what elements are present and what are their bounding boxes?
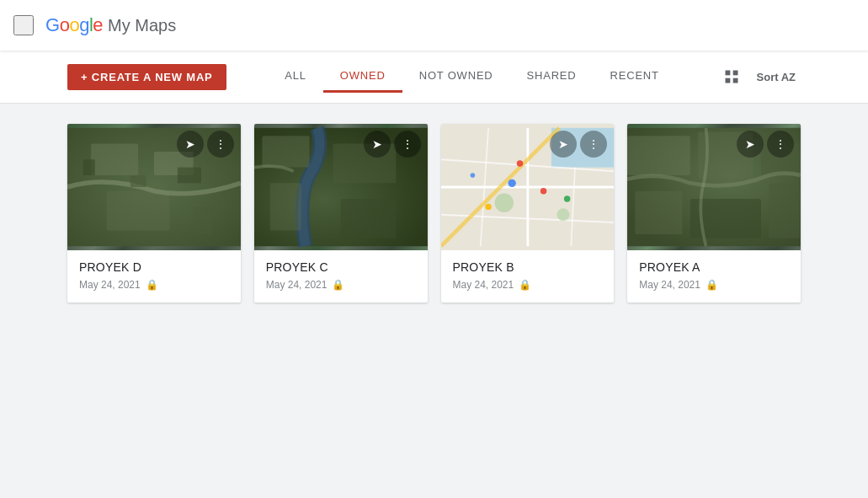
map-card-proyek-b[interactable]: ➤ ⋮ PROYEK B May 24, 2021 🔒: [441, 124, 615, 303]
more-button-proyek-d[interactable]: ⋮: [207, 131, 234, 158]
more-button-proyek-a[interactable]: ⋮: [767, 131, 794, 158]
card-title-proyek-d: PROYEK D: [79, 260, 229, 274]
share-icon-b: ➤: [558, 137, 568, 151]
share-icon: ➤: [185, 137, 195, 151]
card-overlay-proyek-a: ➤ ⋮: [627, 124, 801, 250]
map-card-proyek-a[interactable]: ➤ ⋮ PROYEK A May 24, 2021 🔒: [627, 124, 801, 303]
share-button-proyek-a[interactable]: ➤: [737, 131, 764, 158]
card-date-proyek-b: May 24, 2021: [453, 279, 514, 291]
more-icon-a: ⋮: [775, 137, 786, 151]
card-overlay-proyek-b: ➤ ⋮: [441, 124, 615, 250]
card-date-proyek-a: May 24, 2021: [639, 279, 700, 291]
map-card-proyek-d[interactable]: ➤ ⋮ PROYEK D May 24, 2021 🔒: [67, 124, 241, 303]
map-thumbnail-proyek-b: ➤ ⋮: [441, 124, 615, 250]
main-content: ➤ ⋮ PROYEK D May 24, 2021 🔒: [0, 104, 868, 323]
grid-view-button[interactable]: [718, 63, 745, 90]
toolbar: + CREATE A NEW MAP ALL OWNED NOT OWNED S…: [0, 51, 868, 104]
lock-icon-proyek-d: 🔒: [146, 279, 158, 291]
card-overlay-proyek-c: ➤ ⋮: [254, 124, 428, 250]
tab-not-owned[interactable]: NOT OWNED: [402, 61, 510, 93]
app-header: Google My Maps: [0, 0, 868, 51]
hamburger-menu-button[interactable]: [13, 15, 34, 35]
share-button-proyek-c[interactable]: ➤: [364, 131, 391, 158]
more-icon-c: ⋮: [402, 137, 413, 151]
logo-area: Google My Maps: [45, 14, 176, 36]
lock-icon-proyek-b: 🔒: [519, 279, 531, 291]
share-icon-a: ➤: [745, 137, 755, 151]
tab-shared[interactable]: SHARED: [510, 61, 594, 93]
card-info-proyek-c: PROYEK C May 24, 2021 🔒: [254, 250, 428, 303]
my-maps-title: My Maps: [108, 16, 176, 35]
more-icon-b: ⋮: [588, 137, 599, 151]
card-date-proyek-c: May 24, 2021: [266, 279, 327, 291]
card-info-proyek-b: PROYEK B May 24, 2021 🔒: [441, 250, 615, 303]
sort-az-button[interactable]: Sort AZ: [752, 66, 801, 88]
filter-tabs: ALL OWNED NOT OWNED SHARED RECENT: [226, 61, 718, 93]
more-button-proyek-c[interactable]: ⋮: [394, 131, 421, 158]
more-button-proyek-b[interactable]: ⋮: [580, 131, 607, 158]
map-card-proyek-c[interactable]: ➤ ⋮ PROYEK C May 24, 2021 🔒: [254, 124, 428, 303]
share-button-proyek-b[interactable]: ➤: [550, 131, 577, 158]
card-title-proyek-c: PROYEK C: [266, 260, 416, 274]
svg-rect-2: [725, 78, 730, 83]
google-logo: Google: [45, 14, 103, 36]
card-overlay-proyek-d: ➤ ⋮: [67, 124, 241, 250]
svg-rect-3: [732, 78, 738, 83]
card-meta-proyek-a: May 24, 2021 🔒: [639, 279, 789, 291]
card-meta-proyek-b: May 24, 2021 🔒: [453, 279, 603, 291]
card-info-proyek-d: PROYEK D May 24, 2021 🔒: [67, 250, 241, 303]
tab-all[interactable]: ALL: [268, 61, 323, 93]
tab-recent[interactable]: RECENT: [594, 61, 676, 93]
grid-icon: [723, 68, 740, 85]
lock-icon-proyek-a: 🔒: [706, 279, 718, 291]
map-thumbnail-proyek-c: ➤ ⋮: [254, 124, 428, 250]
card-meta-proyek-d: May 24, 2021 🔒: [79, 279, 229, 291]
more-icon: ⋮: [215, 137, 226, 151]
card-info-proyek-a: PROYEK A May 24, 2021 🔒: [627, 250, 801, 303]
lock-icon-proyek-c: 🔒: [332, 279, 344, 291]
share-icon-c: ➤: [372, 137, 382, 151]
maps-grid: ➤ ⋮ PROYEK D May 24, 2021 🔒: [67, 124, 801, 303]
sort-az-label: Sort AZ: [757, 71, 796, 83]
card-date-proyek-d: May 24, 2021: [79, 279, 141, 291]
svg-rect-0: [725, 71, 730, 76]
card-meta-proyek-c: May 24, 2021 🔒: [266, 279, 416, 291]
svg-rect-1: [732, 71, 738, 76]
create-new-map-button[interactable]: + CREATE A NEW MAP: [67, 64, 226, 90]
view-controls: Sort AZ: [718, 63, 801, 90]
share-button-proyek-d[interactable]: ➤: [177, 131, 204, 158]
card-title-proyek-a: PROYEK A: [639, 260, 789, 274]
map-thumbnail-proyek-d: ➤ ⋮: [67, 124, 241, 250]
tab-owned[interactable]: OWNED: [323, 61, 402, 93]
card-title-proyek-b: PROYEK B: [453, 260, 603, 274]
map-thumbnail-proyek-a: ➤ ⋮: [627, 124, 801, 250]
